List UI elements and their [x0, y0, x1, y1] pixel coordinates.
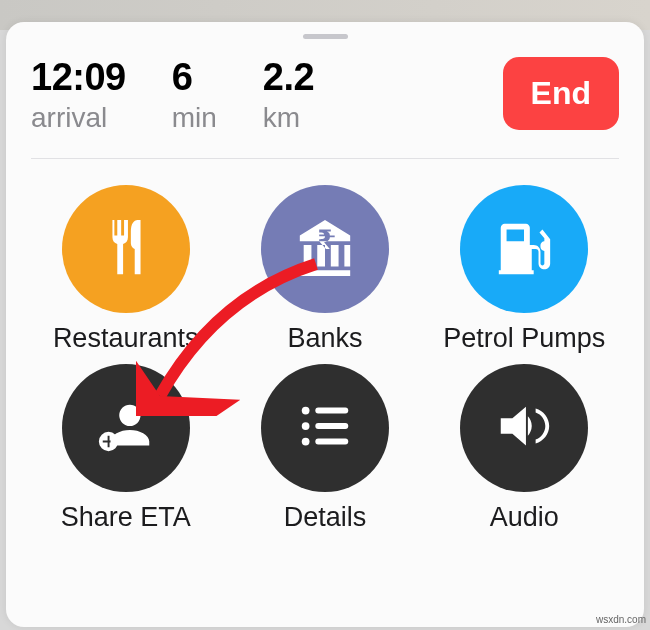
- banks-circle: [261, 185, 389, 313]
- audio-label: Audio: [490, 502, 559, 533]
- end-button[interactable]: End: [503, 57, 619, 130]
- svg-point-0: [302, 407, 310, 415]
- restaurants-circle: [62, 185, 190, 313]
- fuel-pump-icon: [493, 216, 555, 282]
- bank-rupee-icon: [294, 216, 356, 282]
- speaker-icon: [493, 395, 555, 461]
- fork-knife-icon: [95, 216, 157, 282]
- sheet-grabber[interactable]: [303, 34, 348, 39]
- details-circle: [261, 364, 389, 492]
- minutes-value: 6: [172, 55, 217, 101]
- share-eta-label: Share ETA: [61, 502, 191, 533]
- details-label: Details: [284, 502, 367, 533]
- arrival-time: 12:09: [31, 55, 126, 101]
- watermark: wsxdn.com: [596, 614, 646, 625]
- list-icon: [294, 395, 356, 461]
- distance-value: 2.2: [263, 55, 314, 101]
- options-grid: Restaurants Banks Petrol Pumps: [31, 185, 619, 533]
- navigation-sheet: 12:09 arrival 6 min 2.2 km End Restauran…: [6, 22, 644, 627]
- trip-header: 12:09 arrival 6 min 2.2 km End: [31, 55, 619, 159]
- banks-option[interactable]: Banks: [230, 185, 419, 354]
- svg-rect-1: [315, 408, 348, 414]
- banks-label: Banks: [287, 323, 362, 354]
- svg-rect-3: [315, 423, 348, 429]
- restaurants-option[interactable]: Restaurants: [31, 185, 220, 354]
- minutes-label: min: [172, 101, 217, 135]
- distance-stat: 2.2 km: [263, 55, 314, 134]
- minutes-stat: 6 min: [172, 55, 217, 134]
- distance-label: km: [263, 101, 314, 135]
- arrival-label: arrival: [31, 101, 126, 135]
- svg-point-4: [302, 438, 310, 446]
- arrival-stat: 12:09 arrival: [31, 55, 126, 134]
- audio-option[interactable]: Audio: [430, 364, 619, 533]
- trip-stats: 12:09 arrival 6 min 2.2 km: [31, 55, 314, 134]
- svg-rect-5: [315, 439, 348, 445]
- petrol-option[interactable]: Petrol Pumps: [430, 185, 619, 354]
- svg-point-2: [302, 422, 310, 430]
- petrol-label: Petrol Pumps: [443, 323, 605, 354]
- petrol-circle: [460, 185, 588, 313]
- share-eta-circle: [62, 364, 190, 492]
- restaurants-label: Restaurants: [53, 323, 199, 354]
- details-option[interactable]: Details: [230, 364, 419, 533]
- share-eta-option[interactable]: Share ETA: [31, 364, 220, 533]
- add-person-icon: [95, 395, 157, 461]
- audio-circle: [460, 364, 588, 492]
